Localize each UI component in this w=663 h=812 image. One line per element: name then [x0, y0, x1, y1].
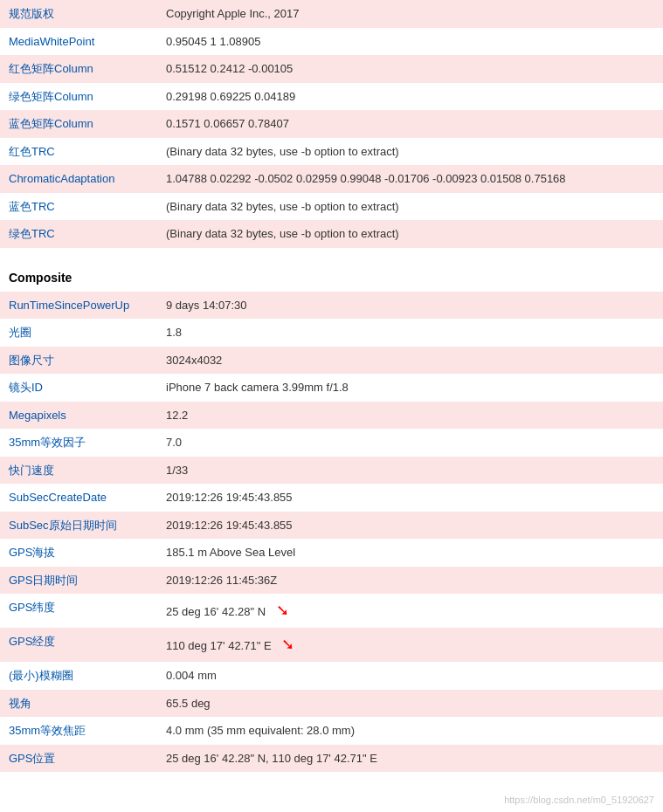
- table-row: 红色矩阵Column0.51512 0.2412 -0.00105: [0, 55, 663, 83]
- row-label: 光圈: [0, 319, 157, 347]
- row-value: (Binary data 32 bytes, use -b option to …: [157, 220, 663, 248]
- row-value: Copyright Apple Inc., 2017: [157, 0, 663, 28]
- arrow-icon: ➘: [276, 599, 289, 623]
- row-value: 0.004 mm: [157, 662, 663, 690]
- row-label: GPS日期时间: [0, 567, 157, 595]
- table-row: 规范版权Copyright Apple Inc., 2017: [0, 0, 663, 28]
- row-label: 图像尺寸: [0, 347, 157, 375]
- table-row: 红色TRC(Binary data 32 bytes, use -b optio…: [0, 138, 663, 166]
- table-row: GPS经度110 deg 17' 42.71" E ➘: [0, 628, 663, 662]
- row-value: 7.0: [157, 429, 663, 457]
- row-value: 0.29198 0.69225 0.04189: [157, 83, 663, 111]
- table-row: 快门速度1/33: [0, 457, 663, 485]
- row-label: 绿色矩阵Column: [0, 83, 157, 111]
- composite-table: RunTimeSincePowerUp9 days 14:07:30光圈1.8图…: [0, 292, 663, 773]
- row-label: Megapixels: [0, 402, 157, 430]
- arrow-icon: ➘: [281, 633, 294, 657]
- section-icc-profile: 规范版权Copyright Apple Inc., 2017MediaWhite…: [0, 0, 663, 248]
- row-label: GPS海拔: [0, 539, 157, 567]
- table-row: SubSecCreateDate2019:12:26 19:45:43.855: [0, 484, 663, 512]
- section-composite: Composite RunTimeSincePowerUp9 days 14:0…: [0, 264, 663, 773]
- row-value: 1/33: [157, 457, 663, 485]
- row-label: 红色TRC: [0, 138, 157, 166]
- row-value: (Binary data 32 bytes, use -b option to …: [157, 193, 663, 221]
- table-row: 光圈1.8: [0, 319, 663, 347]
- row-value: 4.0 mm (35 mm equivalent: 28.0 mm): [157, 717, 663, 745]
- row-value: 25 deg 16' 42.28" N ➘: [157, 594, 663, 628]
- row-label: ChromaticAdaptation: [0, 165, 157, 193]
- row-label: 规范版权: [0, 0, 157, 28]
- table-row: 视角65.5 deg: [0, 690, 663, 718]
- row-value: 9 days 14:07:30: [157, 292, 663, 320]
- table-row: RunTimeSincePowerUp9 days 14:07:30: [0, 292, 663, 320]
- table-row: ChromaticAdaptation1.04788 0.02292 -0.05…: [0, 165, 663, 193]
- table-row: 蓝色TRC(Binary data 32 bytes, use -b optio…: [0, 193, 663, 221]
- row-label: SubSecCreateDate: [0, 484, 157, 512]
- row-value: iPhone 7 back camera 3.99mm f/1.8: [157, 374, 663, 402]
- row-label: 蓝色TRC: [0, 193, 157, 221]
- row-value: 0.95045 1 1.08905: [157, 28, 663, 56]
- row-label: GPS位置: [0, 745, 157, 773]
- table-row: (最小)模糊圈0.004 mm: [0, 662, 663, 690]
- row-value: 3024x4032: [157, 347, 663, 375]
- row-value: 2019:12:26 11:45:36Z: [157, 567, 663, 595]
- row-label: GPS经度: [0, 628, 157, 662]
- table-row: GPS纬度25 deg 16' 42.28" N ➘: [0, 594, 663, 628]
- row-label: RunTimeSincePowerUp: [0, 292, 157, 320]
- row-value: 110 deg 17' 42.71" E ➘: [157, 628, 663, 662]
- row-value: 0.51512 0.2412 -0.00105: [157, 55, 663, 83]
- table-row: 图像尺寸3024x4032: [0, 347, 663, 375]
- row-label: MediaWhitePoint: [0, 28, 157, 56]
- row-value: 1.04788 0.02292 -0.0502 0.02959 0.99048 …: [157, 165, 663, 193]
- icc-table: 规范版权Copyright Apple Inc., 2017MediaWhite…: [0, 0, 663, 248]
- table-row: 绿色TRC(Binary data 32 bytes, use -b optio…: [0, 220, 663, 248]
- table-row: GPS日期时间2019:12:26 11:45:36Z: [0, 567, 663, 595]
- table-row: Megapixels12.2: [0, 402, 663, 430]
- row-value: 185.1 m Above Sea Level: [157, 539, 663, 567]
- table-row: MediaWhitePoint0.95045 1 1.08905: [0, 28, 663, 56]
- row-label: 蓝色矩阵Column: [0, 110, 157, 138]
- table-row: 蓝色矩阵Column0.1571 0.06657 0.78407: [0, 110, 663, 138]
- row-label: (最小)模糊圈: [0, 662, 157, 690]
- row-label: SubSec原始日期时间: [0, 512, 157, 540]
- row-label: 绿色TRC: [0, 220, 157, 248]
- row-label: 快门速度: [0, 457, 157, 485]
- table-row: 绿色矩阵Column0.29198 0.69225 0.04189: [0, 83, 663, 111]
- row-value: 0.1571 0.06657 0.78407: [157, 110, 663, 138]
- row-label: GPS纬度: [0, 594, 157, 628]
- row-value: 25 deg 16' 42.28" N, 110 deg 17' 42.71" …: [157, 745, 663, 773]
- row-value: 2019:12:26 19:45:43.855: [157, 512, 663, 540]
- table-row: GPS位置25 deg 16' 42.28" N, 110 deg 17' 42…: [0, 745, 663, 773]
- table-row: 35mm等效因子7.0: [0, 429, 663, 457]
- table-row: SubSec原始日期时间2019:12:26 19:45:43.855: [0, 512, 663, 540]
- table-row: GPS海拔185.1 m Above Sea Level: [0, 539, 663, 567]
- row-label: 35mm等效因子: [0, 429, 157, 457]
- row-value: 12.2: [157, 402, 663, 430]
- row-label: 35mm等效焦距: [0, 717, 157, 745]
- row-label: 红色矩阵Column: [0, 55, 157, 83]
- row-label: 镜头ID: [0, 374, 157, 402]
- composite-title: Composite: [0, 264, 663, 292]
- table-row: 35mm等效焦距4.0 mm (35 mm equivalent: 28.0 m…: [0, 717, 663, 745]
- row-value: 1.8: [157, 319, 663, 347]
- row-value: 2019:12:26 19:45:43.855: [157, 484, 663, 512]
- table-row: 镜头IDiPhone 7 back camera 3.99mm f/1.8: [0, 374, 663, 402]
- row-label: 视角: [0, 690, 157, 718]
- row-value: (Binary data 32 bytes, use -b option to …: [157, 138, 663, 166]
- row-value: 65.5 deg: [157, 690, 663, 718]
